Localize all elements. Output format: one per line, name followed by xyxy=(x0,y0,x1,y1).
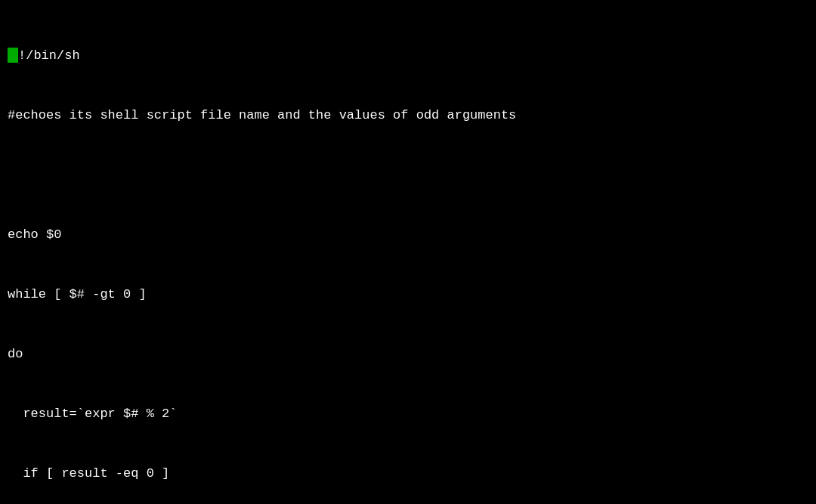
code-content: !/bin/sh #echoes its shell script file n… xyxy=(8,6,808,504)
result-line: result=`expr $# % 2` xyxy=(8,404,808,424)
do-line: do xyxy=(8,345,808,364)
echo-s0-line: echo $0 xyxy=(8,225,808,245)
shebang-line: !/bin/sh xyxy=(8,46,808,66)
blank-line-1 xyxy=(8,165,808,185)
while-line: while [ $# -gt 0 ] xyxy=(8,285,808,305)
shebang-text: !/bin/sh xyxy=(18,46,80,66)
comment-line: #echoes its shell script file name and t… xyxy=(8,106,808,125)
if-line: if [ result -eq 0 ] xyxy=(8,464,808,484)
cursor xyxy=(8,48,18,63)
terminal-window[interactable]: !/bin/sh #echoes its shell script file n… xyxy=(0,0,816,504)
